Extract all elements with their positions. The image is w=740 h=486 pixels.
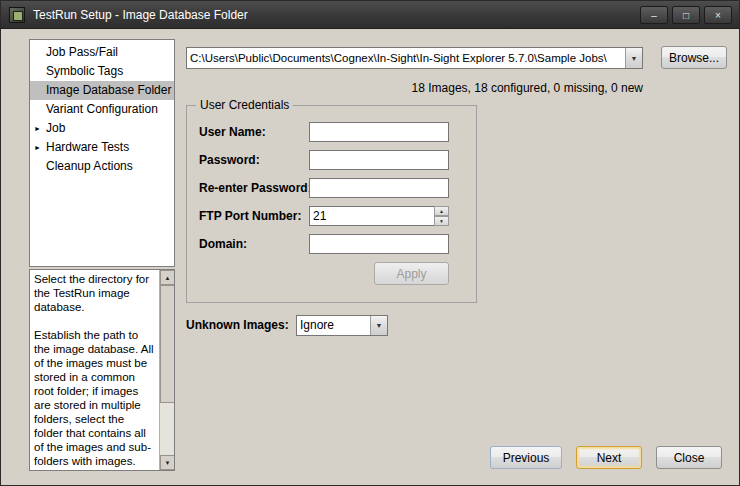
title-bar: TestRun Setup - Image Database Folder – … bbox=[1, 1, 739, 29]
domain-field[interactable] bbox=[309, 234, 449, 254]
reenter-password-label: Re-enter Password: bbox=[199, 178, 312, 198]
domain-label: Domain: bbox=[199, 234, 247, 254]
image-database-path-value[interactable]: C:\Users\Public\Documents\Cognex\In-Sigh… bbox=[190, 48, 624, 68]
images-status-text: 18 Images, 18 configured, 0 missing, 0 n… bbox=[186, 81, 643, 95]
spin-up-icon: ▲ bbox=[439, 208, 444, 214]
description-scrollbar[interactable]: ▲ ▼ bbox=[159, 270, 174, 470]
sidebar-item-label: Job Pass/Fail bbox=[46, 45, 118, 59]
scrollbar-thumb[interactable] bbox=[160, 285, 175, 403]
previous-button[interactable]: Previous bbox=[490, 446, 562, 469]
sidebar-item-label: Symbolic Tags bbox=[46, 64, 123, 78]
scroll-down-icon: ▼ bbox=[165, 460, 171, 466]
spin-down-button[interactable]: ▼ bbox=[434, 216, 449, 226]
unknown-images-value: Ignore bbox=[300, 316, 369, 335]
dropdown-arrow-icon: ▼ bbox=[376, 322, 383, 329]
expand-arrow-icon[interactable]: ► bbox=[34, 138, 44, 157]
dropdown-arrow-icon: ▼ bbox=[631, 55, 638, 62]
window-title: TestRun Setup - Image Database Folder bbox=[33, 1, 248, 29]
user-name-label: User Name: bbox=[199, 122, 266, 142]
sidebar-item-variant-configuration[interactable]: Variant Configuration bbox=[30, 100, 174, 119]
setup-steps-list: Job Pass/Fail Symbolic Tags Image Databa… bbox=[29, 39, 175, 267]
browse-button[interactable]: Browse... bbox=[661, 46, 727, 69]
sidebar-item-job[interactable]: ► Job bbox=[30, 119, 174, 138]
unknown-images-dropdown[interactable]: Ignore ▼ bbox=[296, 315, 388, 336]
sidebar-item-label: Variant Configuration bbox=[46, 102, 158, 116]
expand-arrow-icon[interactable]: ► bbox=[34, 119, 44, 138]
sidebar-item-job-pass-fail[interactable]: Job Pass/Fail bbox=[30, 43, 174, 62]
ftp-port-label: FTP Port Number: bbox=[199, 206, 301, 226]
unknown-images-label: Unknown Images: bbox=[186, 315, 289, 336]
sidebar-item-label: Hardware Tests bbox=[46, 140, 129, 154]
sidebar-item-cleanup-actions[interactable]: Cleanup Actions bbox=[30, 157, 174, 176]
spin-up-button[interactable]: ▲ bbox=[434, 206, 449, 216]
scroll-up-button[interactable]: ▲ bbox=[160, 270, 175, 285]
sidebar-item-label: Job bbox=[46, 121, 65, 135]
password-label: Password: bbox=[199, 150, 260, 170]
next-button[interactable]: Next bbox=[576, 446, 642, 469]
description-panel: Select the directory for the TestRun ima… bbox=[29, 269, 175, 471]
close-button[interactable]: Close bbox=[656, 446, 722, 469]
testrun-setup-window: TestRun Setup - Image Database Folder – … bbox=[0, 0, 740, 486]
user-credentials-group: User Credentials User Name: Password: Re… bbox=[186, 105, 477, 303]
app-icon bbox=[9, 7, 25, 23]
reenter-password-field[interactable] bbox=[309, 178, 449, 198]
scroll-up-icon: ▲ bbox=[165, 275, 171, 281]
group-title: User Credentials bbox=[196, 98, 293, 112]
window-controls: – □ × bbox=[640, 6, 732, 24]
image-database-path-combobox[interactable]: C:\Users\Public\Documents\Cognex\In-Sigh… bbox=[186, 47, 643, 69]
spin-down-icon: ▼ bbox=[439, 218, 444, 224]
sidebar-item-label: Cleanup Actions bbox=[46, 159, 133, 173]
password-field[interactable] bbox=[309, 150, 449, 170]
maximize-icon: □ bbox=[683, 10, 689, 21]
sidebar-item-hardware-tests[interactable]: ► Hardware Tests bbox=[30, 138, 174, 157]
ftp-port-stepper: ▲ ▼ bbox=[434, 206, 449, 226]
path-dropdown-button[interactable]: ▼ bbox=[625, 48, 642, 68]
minimize-button[interactable]: – bbox=[640, 6, 668, 24]
description-text: Select the directory for the TestRun ima… bbox=[30, 270, 159, 470]
scroll-down-button[interactable]: ▼ bbox=[160, 455, 175, 470]
close-icon: × bbox=[715, 10, 721, 21]
maximize-button[interactable]: □ bbox=[672, 6, 700, 24]
sidebar-item-label: Image Database Folder bbox=[46, 83, 171, 97]
apply-button[interactable]: Apply bbox=[374, 262, 449, 285]
unknown-images-dropdown-button[interactable]: ▼ bbox=[370, 316, 387, 335]
user-name-field[interactable] bbox=[309, 122, 449, 142]
minimize-icon: – bbox=[651, 10, 657, 21]
sidebar-item-image-database-folder[interactable]: Image Database Folder bbox=[30, 81, 174, 100]
close-window-button[interactable]: × bbox=[704, 6, 732, 24]
ftp-port-field[interactable] bbox=[309, 206, 449, 226]
sidebar-item-symbolic-tags[interactable]: Symbolic Tags bbox=[30, 62, 174, 81]
